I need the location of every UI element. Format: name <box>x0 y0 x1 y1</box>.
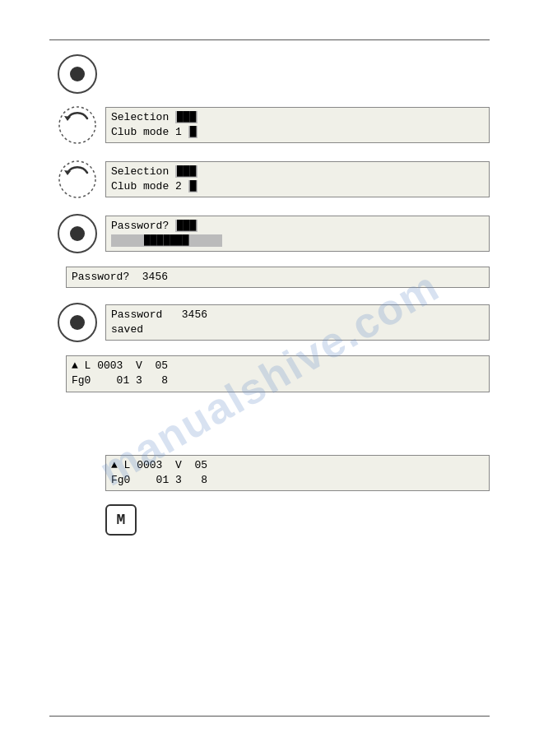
icon-area-2 <box>49 104 105 146</box>
lcd-l0003-2: ▲ L 0003 V 05 Fg0 01 3 8 <box>105 455 490 491</box>
lcd-password-saved: Password 3456 saved <box>105 304 490 341</box>
icon-area-5 <box>49 301 105 344</box>
lcd-club-mode-1: Selection ███ Club mode 1 █ <box>105 107 490 143</box>
solid-knob-icon-2 <box>56 212 99 255</box>
lcd-line1-pwd: Password? ███ <box>111 220 197 232</box>
svg-marker-5 <box>64 170 71 175</box>
m-button[interactable]: M <box>105 504 137 536</box>
lcd-password-entry: Password? 3456 <box>66 267 490 288</box>
rotate-knob-icon-1 <box>56 104 99 146</box>
top-rule <box>49 39 490 40</box>
page-container: manualshive.com <box>0 0 539 756</box>
rotate-knob-icon-2 <box>56 158 99 201</box>
lcd-line1-club2: Selection ███ <box>111 165 197 178</box>
svg-point-7 <box>70 226 85 241</box>
svg-marker-3 <box>64 116 71 121</box>
lcd-pwd-saved-line1: Password 3456 <box>111 308 207 321</box>
display-l0003-1: ▲ L 0003 V 05 Fg0 01 3 8 <box>66 355 490 392</box>
display-area-4: Password? ███ ███████ <box>105 216 490 252</box>
lcd-l0003-1-line2: Fg0 01 3 8 <box>72 374 168 387</box>
icon-area-4 <box>49 212 105 255</box>
solid-knob-icon-1 <box>56 53 99 95</box>
lcd-l0003-2-line2: Fg0 01 3 8 <box>111 474 207 486</box>
lcd-line1-club1: Selection ███ <box>111 111 197 123</box>
lcd-line2-club2: Club mode 2 █ <box>111 180 197 192</box>
row-solid-3: Password 3456 saved <box>49 301 490 344</box>
lcd-pwd-saved-line2: saved <box>111 323 143 336</box>
lcd-l0003-1: ▲ L 0003 V 05 Fg0 01 3 8 <box>66 355 490 392</box>
row-rotate-1: Selection ███ Club mode 1 █ <box>49 104 490 146</box>
icon-area-3 <box>49 158 105 201</box>
row-solid-1 <box>49 53 490 95</box>
row-rotate-2: Selection ███ Club mode 2 █ <box>49 158 490 201</box>
display-area-2: Selection ███ Club mode 1 █ <box>105 107 490 143</box>
display-l0003-2: ▲ L 0003 V 05 Fg0 01 3 8 <box>105 455 490 491</box>
lcd-line2-club1: Club mode 1 █ <box>111 126 197 138</box>
svg-point-1 <box>70 67 85 81</box>
spacer <box>49 406 490 455</box>
row-solid-2: Password? ███ ███████ <box>49 212 490 255</box>
lcd-pwd-entry-line1: Password? 3456 <box>72 271 168 283</box>
icon-area-1 <box>49 53 105 95</box>
lcd-l0003-1-line1: ▲ L 0003 V 05 <box>72 359 168 372</box>
bottom-rule <box>49 716 490 717</box>
lcd-password-prompt: Password? ███ ███████ <box>105 216 490 252</box>
main-content: Selection ███ Club mode 1 █ Selection ██… <box>49 49 490 707</box>
display-area-3: Selection ███ Club mode 2 █ <box>105 161 490 197</box>
m-button-label: M <box>117 512 126 528</box>
display-password-entry: Password? 3456 <box>66 267 490 288</box>
lcd-club-mode-2: Selection ███ Club mode 2 █ <box>105 161 490 197</box>
solid-knob-icon-3 <box>56 301 99 344</box>
svg-point-9 <box>70 315 85 330</box>
lcd-l0003-2-line1: ▲ L 0003 V 05 <box>111 459 207 471</box>
display-area-5: Password 3456 saved <box>105 304 490 341</box>
m-button-container: M <box>105 504 490 536</box>
lcd-line2-pwd: ███████ <box>111 234 222 247</box>
